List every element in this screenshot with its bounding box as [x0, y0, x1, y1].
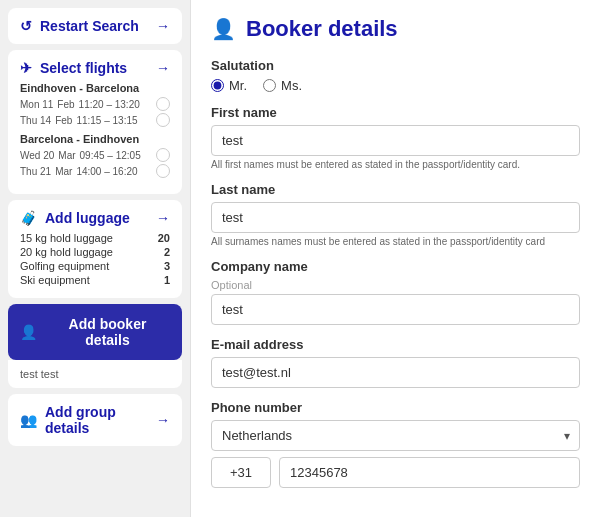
main-content: 👤 Booker details Salutation Mr. Ms. Firs…: [190, 0, 600, 517]
salutation-ms-label[interactable]: Ms.: [263, 78, 302, 93]
add-luggage-label: Add luggage: [45, 210, 130, 226]
flight-dot-1: [156, 113, 170, 127]
company-name-label: Company name: [211, 259, 580, 274]
flight-day-1: Thu 14: [20, 115, 51, 126]
flight-row-2: Wed 20 Mar 09:45 – 12:05: [20, 148, 170, 162]
flight-day-2: Wed 20: [20, 150, 54, 161]
last-name-hint: All surnames names must be entered as st…: [211, 236, 580, 247]
luggage-label-3: Ski equipment: [20, 274, 90, 286]
company-name-input[interactable]: [211, 294, 580, 325]
add-booker-button[interactable]: 👤 Add booker details: [8, 304, 182, 360]
booker-name: test test: [20, 368, 170, 380]
flight-section-outbound: Eindhoven - Barcelona Mon 11 Feb 11:20 –…: [20, 82, 170, 127]
company-name-optional: Optional: [211, 279, 580, 291]
restart-search-button[interactable]: ↺ Restart Search →: [8, 8, 182, 44]
flight-row-1: Thu 14 Feb 11:15 – 13:15: [20, 113, 170, 127]
add-group-button[interactable]: 👥 Add group details →: [8, 394, 182, 446]
group-arrow-icon: →: [156, 412, 170, 428]
salutation-section: Salutation Mr. Ms.: [211, 58, 580, 93]
salutation-mr-text: Mr.: [229, 78, 247, 93]
add-booker-card: 👤 Add booker details test test: [8, 304, 182, 388]
email-input[interactable]: [211, 357, 580, 388]
first-name-section: First name All first names must be enter…: [211, 105, 580, 170]
restart-icon: ↺: [20, 18, 32, 34]
company-name-section: Company name Optional: [211, 259, 580, 325]
flight-row-3: Thu 21 Mar 14:00 – 16:20: [20, 164, 170, 178]
last-name-input[interactable]: [211, 202, 580, 233]
luggage-label-0: 15 kg hold luggage: [20, 232, 113, 244]
email-section: E-mail address: [211, 337, 580, 388]
flight-month-0: Feb: [57, 99, 74, 110]
page-booker-icon: 👤: [211, 17, 236, 41]
phone-number-input[interactable]: [279, 457, 580, 488]
phone-label: Phone number: [211, 400, 580, 415]
flight-section-return: Barcelona - Eindhoven Wed 20 Mar 09:45 –…: [20, 133, 170, 178]
select-flights-title: ✈ Select flights: [20, 60, 127, 76]
flight-row-0: Mon 11 Feb 11:20 – 13:20: [20, 97, 170, 111]
flight-day-3: Thu 21: [20, 166, 51, 177]
last-name-label: Last name: [211, 182, 580, 197]
salutation-ms-radio[interactable]: [263, 79, 276, 92]
luggage-icon: 🧳: [20, 210, 37, 226]
restart-arrow-icon: →: [156, 18, 170, 34]
add-booker-label: Add booker details: [45, 316, 170, 348]
group-icon: 👥: [20, 412, 37, 428]
salutation-radio-group: Mr. Ms.: [211, 78, 580, 93]
add-luggage-title: 🧳 Add luggage: [20, 210, 130, 226]
phone-prefix: +31: [211, 457, 271, 488]
luggage-count-2: 3: [164, 260, 170, 272]
page-title: Booker details: [246, 16, 398, 42]
flight-time-2: 09:45 – 12:05: [80, 150, 141, 161]
salutation-label: Salutation: [211, 58, 580, 73]
add-luggage-card: 🧳 Add luggage → 15 kg hold luggage 20 20…: [8, 200, 182, 298]
first-name-label: First name: [211, 105, 580, 120]
first-name-hint: All first names must be entered as state…: [211, 159, 580, 170]
flight-dot-2: [156, 148, 170, 162]
flights-arrow-icon: →: [156, 60, 170, 76]
flight-month-1: Feb: [55, 115, 72, 126]
luggage-count-1: 2: [164, 246, 170, 258]
flight-dot-3: [156, 164, 170, 178]
flight-dot-0: [156, 97, 170, 111]
page-title-area: 👤 Booker details: [211, 16, 580, 42]
email-label: E-mail address: [211, 337, 580, 352]
luggage-item-1: 20 kg hold luggage 2: [20, 246, 170, 258]
luggage-item-0: 15 kg hold luggage 20: [20, 232, 170, 244]
flights-icon: ✈: [20, 60, 32, 76]
salutation-mr-label[interactable]: Mr.: [211, 78, 247, 93]
select-flights-label: Select flights: [40, 60, 127, 76]
phone-section: Phone number Netherlands Germany France …: [211, 400, 580, 488]
last-name-section: Last name All surnames names must be ent…: [211, 182, 580, 247]
luggage-label-1: 20 kg hold luggage: [20, 246, 113, 258]
flight-month-3: Mar: [55, 166, 72, 177]
luggage-arrow-icon: →: [156, 210, 170, 226]
luggage-label-2: Golfing equipment: [20, 260, 109, 272]
flight-time-1: 11:15 – 13:15: [76, 115, 137, 126]
flight-month-2: Mar: [58, 150, 75, 161]
flight-route-return: Barcelona - Eindhoven: [20, 133, 170, 145]
luggage-count-0: 20: [158, 232, 170, 244]
luggage-item-3: Ski equipment 1: [20, 274, 170, 286]
first-name-input[interactable]: [211, 125, 580, 156]
flight-time-3: 14:00 – 16:20: [76, 166, 137, 177]
booker-icon: 👤: [20, 324, 37, 340]
phone-country-select[interactable]: Netherlands Germany France Belgium Spain: [211, 420, 580, 451]
select-flights-card: ✈ Select flights → Eindhoven - Barcelona…: [8, 50, 182, 194]
flight-route-outbound: Eindhoven - Barcelona: [20, 82, 170, 94]
flight-day-0: Mon 11: [20, 99, 53, 110]
restart-search-label: Restart Search: [40, 18, 139, 34]
sidebar: ↺ Restart Search → ✈ Select flights → Ei…: [0, 0, 190, 517]
phone-row: +31: [211, 457, 580, 488]
phone-country-select-wrapper: Netherlands Germany France Belgium Spain…: [211, 420, 580, 451]
salutation-ms-text: Ms.: [281, 78, 302, 93]
add-group-label: Add group details: [45, 404, 156, 436]
luggage-item-2: Golfing equipment 3: [20, 260, 170, 272]
flight-time-0: 11:20 – 13:20: [79, 99, 140, 110]
salutation-mr-radio[interactable]: [211, 79, 224, 92]
luggage-count-3: 1: [164, 274, 170, 286]
